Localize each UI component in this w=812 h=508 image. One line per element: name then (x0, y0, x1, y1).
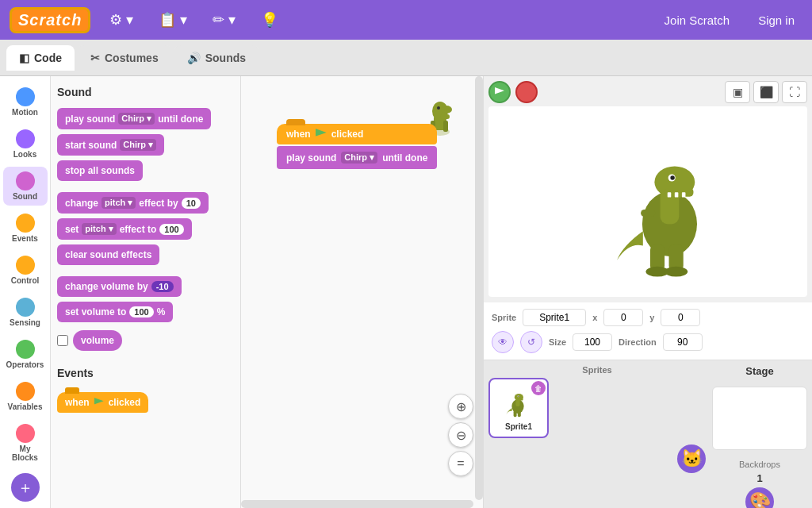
code-area[interactable]: when clicked play sound Chirp ▾ until do… (241, 76, 483, 508)
show-sprite-button[interactable]: 👁 (492, 331, 514, 353)
svg-rect-14 (682, 192, 686, 197)
sprite-x-input[interactable] (603, 309, 643, 326)
play-sound-until-done-block[interactable]: play sound Chirp ▾ until done (57, 108, 211, 129)
blocks-category-title: Sound (57, 83, 234, 102)
fullscreen-button[interactable]: ⛶ (782, 81, 807, 103)
main-area: Motion Looks Sound Events Control Sensin… (0, 76, 812, 508)
stop-all-sounds-block[interactable]: stop all sounds (57, 160, 143, 181)
rotate-button[interactable]: ↺ (520, 331, 542, 353)
looks-dot (16, 129, 35, 148)
sidebar-item-motion[interactable]: Motion (3, 83, 48, 121)
when-flag-clicked-hat[interactable]: when clicked (277, 124, 437, 144)
add-extension-button[interactable]: ＋ (11, 473, 40, 502)
fit-screen-button[interactable]: = (448, 451, 473, 476)
tutorials-button[interactable]: 📋 ▾ (152, 8, 193, 32)
zoom-in-button[interactable]: ⊕ (448, 394, 473, 419)
sidebar-item-control[interactable]: Control (3, 251, 48, 290)
when-flag-clicked-block[interactable]: when clicked (57, 392, 148, 413)
tab-costumes[interactable]: ✂ Costumes (78, 45, 171, 71)
pitch-dropdown-1[interactable]: pitch ▾ (102, 197, 136, 209)
sidebar-label-events: Events (12, 234, 38, 243)
set-volume-block[interactable]: set volume to 100 % (57, 302, 173, 322)
green-flag-button[interactable] (488, 81, 511, 103)
sign-in-button[interactable]: Sign in (750, 10, 802, 30)
add-sprite-button[interactable]: 🐱 (677, 444, 706, 473)
operators-dot (16, 340, 35, 359)
scratch-logo: Scratch (10, 7, 90, 33)
stage-controls: ▣ ⬛ ⛶ (488, 81, 807, 103)
chirp-dropdown-1[interactable]: Chirp ▾ (118, 113, 155, 125)
sidebar-item-sound[interactable]: Sound (3, 167, 48, 206)
blocks-panel: Sound play sound Chirp ▾ until done star… (51, 76, 241, 508)
script-flag-icon (316, 129, 327, 140)
sidebar-label-operators: Operators (6, 360, 44, 369)
sprite-stage-panel: Sprites 🗑 (484, 360, 812, 508)
pitch-dropdown-2[interactable]: pitch ▾ (82, 223, 116, 235)
stage-canvas-container: ▣ ⬛ ⛶ (484, 76, 812, 302)
clear-sound-effects-block[interactable]: clear sound effects (57, 244, 159, 265)
code-tab-label: Code (34, 52, 62, 64)
sidebar-item-operators[interactable]: Operators (3, 335, 48, 374)
stage-mini-preview[interactable] (712, 387, 807, 450)
sprite1-thumb[interactable]: 🗑 (488, 378, 549, 438)
sprites-label: Sprites (488, 365, 706, 375)
pitch-value[interactable]: 10 (182, 198, 201, 209)
chirp-dropdown-2[interactable]: Chirp ▾ (120, 139, 156, 151)
size-label: Size (549, 337, 566, 347)
stop-button[interactable] (515, 81, 538, 103)
pitch-value-2[interactable]: 100 (159, 224, 183, 235)
sprite-size-input[interactable] (573, 333, 612, 351)
stage-section: ▣ ⬛ ⛶ (483, 76, 812, 508)
sidebar-item-looks[interactable]: Looks (3, 125, 48, 164)
sprite-delete-button[interactable]: 🗑 (531, 381, 546, 395)
tab-code[interactable]: ◧ Code (6, 45, 75, 71)
svg-rect-17 (641, 210, 655, 217)
block-text-pct: % (157, 306, 166, 318)
large-stage-button[interactable]: ⬛ (753, 81, 779, 103)
sidebar-item-events[interactable]: Events (3, 209, 48, 248)
y-label: y (649, 313, 654, 322)
edit-button[interactable]: ✏ ▾ (206, 8, 242, 32)
svg-point-5 (437, 106, 440, 110)
start-sound-block[interactable]: start sound Chirp ▾ (57, 134, 164, 156)
settings-button[interactable]: ⚙ ▾ (103, 8, 140, 32)
sidebar-item-variables[interactable]: Variables (3, 377, 48, 416)
change-pitch-block[interactable]: change pitch ▾ effect by 10 (57, 192, 209, 214)
change-volume-block[interactable]: change volume by -10 (57, 276, 182, 297)
when-flag-text: when (286, 129, 311, 140)
tab-sounds[interactable]: 🔊 Sounds (174, 45, 259, 71)
events-category-title: Events (57, 364, 234, 383)
sidebar-item-myblocks[interactable]: My Blocks (3, 419, 48, 467)
when-text: when (65, 397, 90, 408)
volume-reporter-block[interactable]: volume (73, 330, 122, 351)
lightbulb-button[interactable]: 💡 (255, 8, 285, 32)
zoom-controls: ⊕ ⊖ = (448, 394, 473, 476)
code-tab-icon: ◧ (19, 52, 29, 64)
v-scrollbar[interactable] (475, 76, 483, 500)
volume-checkbox[interactable] (57, 335, 68, 346)
play-sound-script-block[interactable]: play sound Chirp ▾ until done (277, 146, 437, 169)
zoom-out-button[interactable]: ⊖ (448, 422, 473, 448)
join-scratch-button[interactable]: Join Scratch (657, 10, 738, 30)
script-chirp-dropdown[interactable]: Chirp ▾ (341, 152, 377, 164)
sprite-size-row: 👁 ↺ Size Direction (492, 331, 804, 353)
h-scrollbar[interactable] (241, 500, 473, 508)
add-backdrop-button[interactable]: 🎨 (745, 487, 774, 508)
small-stage-button[interactable]: ▣ (725, 81, 750, 103)
events-dot (16, 214, 35, 233)
sprite-direction-input[interactable] (663, 333, 703, 351)
block-text-play: play sound (65, 114, 115, 125)
volume-change-value[interactable]: -10 (151, 281, 174, 292)
until-done-text: until done (382, 152, 427, 164)
svg-rect-29 (518, 410, 521, 417)
sidebar-item-sensing[interactable]: Sensing (3, 293, 48, 332)
set-pitch-block[interactable]: set pitch ▾ effect to 100 (57, 218, 192, 240)
play-text: play sound (286, 152, 336, 164)
sidebar-label-control: Control (11, 276, 40, 285)
hat-notch (65, 387, 79, 394)
sprite-name-input[interactable] (523, 309, 586, 326)
clicked-label: clicked (331, 129, 364, 140)
volume-value[interactable]: 100 (129, 306, 153, 318)
sprite-y-input[interactable] (661, 309, 700, 326)
block-text-change-vol: change volume by (65, 281, 148, 292)
